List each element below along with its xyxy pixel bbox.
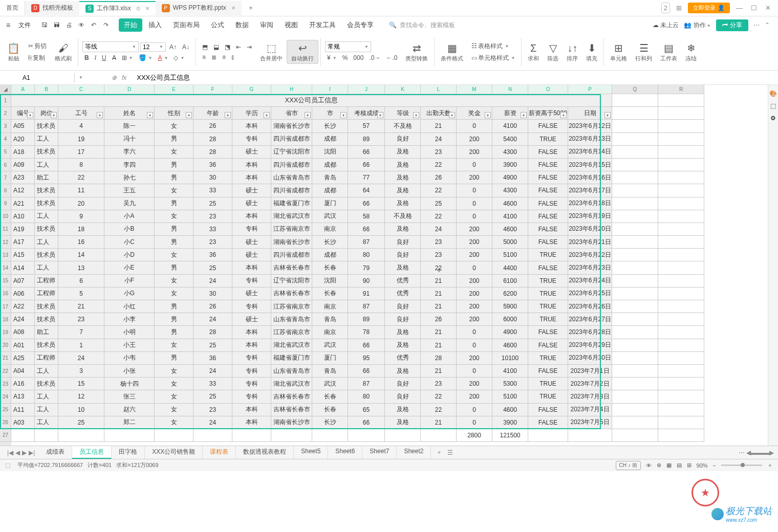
dropdown-icon[interactable]: ▼ [76, 75, 86, 80]
menu-tab-2[interactable]: 页面布局 [168, 18, 205, 32]
data-cell[interactable]: 80 [348, 249, 385, 261]
col-header-A[interactable]: A [11, 85, 35, 94]
filter-arrow-icon[interactable]: ▾ [340, 112, 347, 118]
data-cell[interactable]: 陈一 [104, 120, 155, 132]
data-cell[interactable] [348, 429, 385, 442]
row-header-16[interactable]: 16 [0, 287, 11, 300]
header-cell[interactable]: 性别▾ [155, 107, 193, 120]
data-cell[interactable]: 杨十四 [104, 378, 155, 390]
data-cell[interactable]: 良好 [385, 133, 421, 146]
data-cell[interactable]: 36 [193, 249, 232, 261]
data-cell[interactable]: TRUE [528, 275, 568, 287]
data-cell[interactable]: 四川省成都市 [271, 159, 312, 171]
empty-cell[interactable] [612, 352, 658, 365]
data-cell[interactable]: 男 [155, 197, 193, 210]
empty-cell[interactable] [658, 120, 704, 132]
data-cell[interactable]: 64 [348, 184, 385, 197]
empty-cell[interactable] [612, 275, 658, 287]
data-cell[interactable]: 优秀 [385, 287, 421, 300]
data-cell[interactable]: FALSE [528, 171, 568, 184]
data-cell[interactable]: 冯十 [104, 133, 155, 146]
data-cell[interactable]: A07 [11, 275, 35, 287]
data-cell[interactable]: A22 [11, 300, 35, 313]
filter-arrow-icon[interactable]: ▾ [97, 112, 103, 118]
data-cell[interactable]: 4400 [492, 261, 528, 274]
data-cell[interactable] [193, 429, 232, 442]
filter-arrow-icon[interactable]: ▾ [413, 112, 419, 118]
header-cell[interactable]: 考核成绩▾ [348, 107, 385, 120]
select-all-corner[interactable]: ◢ [0, 85, 11, 94]
filter-arrow-icon[interactable]: ▾ [449, 112, 455, 118]
data-cell[interactable]: 4600 [492, 197, 528, 210]
filter-arrow-icon[interactable]: ▾ [305, 112, 311, 118]
data-cell[interactable]: 21 [58, 300, 104, 313]
data-cell[interactable]: 2023年6月26日 [568, 300, 612, 313]
select-panel-icon[interactable]: ⬚ [770, 102, 776, 109]
data-cell[interactable]: 四川省成都市 [271, 249, 312, 261]
italic-button[interactable]: I [93, 53, 98, 62]
data-cell[interactable]: 吉林省长春市 [271, 390, 312, 403]
data-cell[interactable]: 男 [155, 223, 193, 236]
menu-tab-5[interactable]: 审阅 [255, 18, 278, 32]
row-header-6[interactable]: 6 [0, 159, 11, 171]
empty-cell[interactable] [612, 120, 658, 132]
data-cell[interactable]: 南京 [312, 326, 348, 339]
data-cell[interactable]: 女 [155, 249, 193, 261]
col-header-J[interactable]: J [348, 85, 385, 94]
menu-tab-8[interactable]: 会员专享 [342, 18, 379, 32]
header-cell[interactable]: 学历▾ [232, 107, 271, 120]
data-cell[interactable]: 2023年6月30日 [568, 352, 612, 365]
data-cell[interactable]: FALSE [528, 261, 568, 274]
data-cell[interactable]: TRUE [528, 313, 568, 326]
data-cell[interactable]: FALSE [528, 416, 568, 429]
data-cell[interactable] [58, 429, 104, 442]
row-header-18[interactable]: 18 [0, 313, 11, 326]
font-color-button[interactable]: A▼ [156, 53, 170, 62]
data-cell[interactable]: 3900 [492, 416, 528, 429]
data-cell[interactable]: 15 [58, 378, 104, 390]
data-cell[interactable]: 6 [58, 275, 104, 287]
data-cell[interactable]: 200 [457, 275, 492, 287]
header-cell[interactable]: 姓名▾ [104, 107, 155, 120]
data-cell[interactable]: 0 [457, 404, 492, 416]
data-cell[interactable]: 22 [421, 210, 457, 223]
data-cell[interactable]: 4900 [492, 171, 528, 184]
data-cell[interactable]: 26 [193, 300, 232, 313]
data-cell[interactable]: 本科 [232, 326, 271, 339]
header-cell[interactable]: 奖金▾ [457, 107, 492, 120]
data-cell[interactable]: 22 [421, 390, 457, 403]
ime-indicator[interactable]: CH ♪ 简 [616, 461, 641, 470]
data-cell[interactable]: 及格 [385, 146, 421, 159]
data-cell[interactable]: 10100 [492, 352, 528, 365]
data-cell[interactable]: 工人 [35, 261, 58, 274]
data-cell[interactable]: 长春 [312, 261, 348, 274]
col-header-G[interactable]: G [232, 85, 271, 94]
sheet-tab[interactable]: XXX公司销售额 [145, 446, 203, 459]
header-cell[interactable]: 编号▾ [11, 107, 35, 120]
save-icon[interactable]: 🖫 [40, 20, 49, 30]
data-cell[interactable]: A14 [11, 261, 35, 274]
data-cell[interactable]: FALSE [528, 159, 568, 171]
data-cell[interactable]: 山东省青岛市 [271, 313, 312, 326]
filter-arrow-icon[interactable]: ▾ [560, 112, 567, 118]
merge-center-button[interactable]: ⬚合并居中 [256, 40, 287, 63]
data-cell[interactable]: 26 [421, 171, 457, 184]
data-cell[interactable]: 工人 [35, 416, 58, 429]
copy-button[interactable]: ⎘ 复制 [26, 53, 49, 63]
decrease-decimal-icon[interactable]: ←.0 [384, 53, 399, 62]
filter-arrow-icon[interactable]: ▾ [377, 112, 383, 118]
data-cell[interactable]: 男 [155, 261, 193, 274]
filter-arrow-icon[interactable]: ▾ [604, 112, 611, 118]
data-cell[interactable]: 0 [457, 365, 492, 378]
cond-format-button[interactable]: ▦条件格式 [437, 40, 467, 63]
border-button[interactable]: ⊞▼ [120, 53, 135, 62]
data-cell[interactable]: 2023年6月20日 [568, 223, 612, 236]
data-cell[interactable]: 23 [421, 378, 457, 390]
col-header-L[interactable]: L [421, 85, 457, 94]
align-middle-icon[interactable]: ⬓ [211, 42, 221, 52]
data-cell[interactable]: 专科 [232, 352, 271, 365]
empty-cell[interactable] [612, 94, 658, 107]
data-cell[interactable]: 78 [348, 326, 385, 339]
data-cell[interactable]: 2023年6月29日 [568, 339, 612, 352]
empty-cell[interactable] [658, 197, 704, 210]
